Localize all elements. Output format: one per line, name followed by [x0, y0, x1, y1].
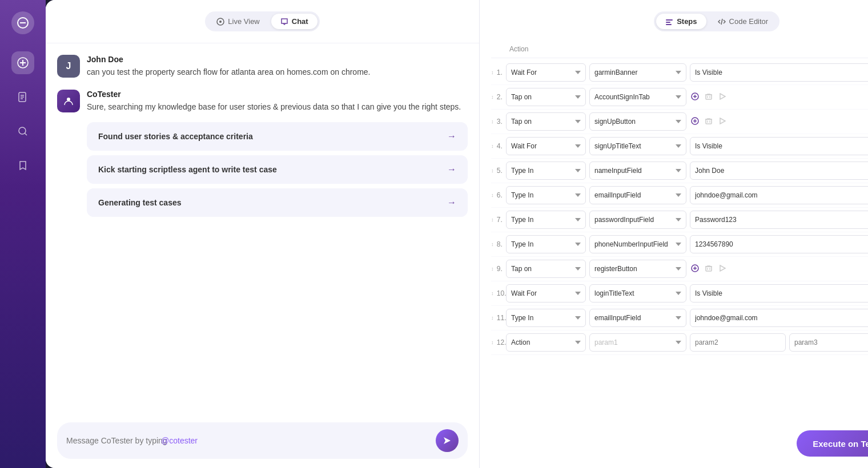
code-editor-tab-button[interactable]: Code Editor	[709, 14, 778, 29]
svg-point-13	[67, 98, 70, 101]
svg-line-10	[25, 134, 27, 136]
step-sort-4[interactable]: ↕ 4.	[491, 142, 503, 150]
chat-input-box: @cotester	[57, 422, 468, 459]
step-run-button-3[interactable]	[717, 116, 728, 128]
step-row-4: ↕ 4.Wait ForsignUpTitleText	[491, 134, 868, 159]
step-row-12: ↕ 12.Actionparam1	[491, 330, 868, 355]
chat-input-area: @cotester	[46, 413, 479, 468]
status-card-3-arrow: →	[447, 197, 456, 208]
step-value-input-7[interactable]	[690, 211, 868, 229]
step-element-select-4[interactable]: signUpTitleText	[589, 137, 686, 155]
step-sort-9[interactable]: ↕ 9.	[491, 265, 503, 273]
step-row-6: ↕ 6.Type InemailInputField	[491, 183, 868, 208]
step-sort-6[interactable]: ↕ 6.	[491, 191, 503, 199]
user-avatar: J	[57, 55, 80, 78]
step-element-select-11[interactable]: emailInputField	[589, 309, 686, 327]
step-add-button-2[interactable]	[690, 91, 700, 103]
step-element-select-1[interactable]: garminBanner	[589, 63, 686, 82]
steps-panel: Steps Code Editor × Action ↕ 1.Wait Forg…	[480, 0, 868, 468]
step-value-input-6[interactable]	[690, 186, 868, 204]
step-delete-button-9[interactable]	[704, 263, 714, 275]
step-sort-10[interactable]: ↕ 10.	[491, 289, 503, 297]
step-delete-button-3[interactable]	[704, 116, 714, 128]
step-action-select-10[interactable]: Wait For	[506, 284, 586, 302]
step-row-5: ↕ 5.Type InnameInputField	[491, 159, 868, 183]
step-param2-12[interactable]	[690, 333, 786, 352]
step-add-button-9[interactable]	[690, 263, 700, 275]
step-value-input-8[interactable]	[690, 235, 868, 253]
step-element-select-7[interactable]: passwordInputField	[589, 211, 686, 229]
step-value-input-1[interactable]	[690, 63, 868, 82]
step-element-select-6[interactable]: emailInputField	[589, 186, 686, 204]
step-row-1: ↕ 1.Wait ForgarminBanner	[491, 60, 868, 85]
chat-input[interactable]	[66, 436, 430, 445]
step-action-select-12[interactable]: Action	[506, 333, 586, 352]
sidebar	[0, 0, 46, 468]
message-group-bot: CoTester Sure, searching my knowledge ba…	[57, 90, 468, 217]
sidebar-item-compose[interactable]	[11, 51, 34, 74]
status-cards: Found user stories & acceptance criteria…	[87, 122, 468, 217]
step-value-input-4[interactable]	[690, 137, 868, 155]
status-card-3[interactable]: Generating test cases →	[87, 188, 468, 217]
live-view-button[interactable]: Live View	[207, 14, 268, 29]
steps-tab-button[interactable]: Steps	[656, 14, 706, 29]
step-element-select-9[interactable]: registerButton	[589, 260, 686, 278]
sidebar-item-search[interactable]	[11, 120, 34, 143]
step-action-select-3[interactable]: Tap on	[506, 112, 586, 131]
status-card-1-text: Found user stories & acceptance criteria	[98, 132, 253, 141]
step-sort-7[interactable]: ↕ 7.	[491, 216, 503, 224]
step-param3-12[interactable]	[789, 333, 868, 352]
step-sort-2[interactable]: ↕ 2.	[491, 93, 503, 101]
chat-panel: Live View Chat J John Doe can you test t…	[46, 0, 480, 468]
step-action-select-8[interactable]: Type In	[506, 235, 586, 253]
step-row-9: ↕ 9.Tap onregisterButton	[491, 257, 868, 281]
svg-rect-16	[666, 24, 672, 25]
step-action-select-7[interactable]: Type In	[506, 211, 586, 229]
step-run-button-9[interactable]	[717, 263, 728, 275]
step-add-button-3[interactable]	[690, 116, 700, 128]
step-delete-button-2[interactable]	[704, 91, 714, 103]
step-action-select-6[interactable]: Type In	[506, 186, 586, 204]
step-action-select-5[interactable]: Type In	[506, 162, 586, 180]
bot-message-text: Sure, searching my knowledge base for us…	[87, 101, 468, 113]
step-action-select-2[interactable]: Tap on	[506, 88, 586, 106]
step-run-button-2[interactable]	[717, 91, 728, 103]
svg-line-17	[721, 19, 722, 25]
svg-rect-33	[706, 119, 712, 124]
step-action-select-9[interactable]: Tap on	[506, 260, 586, 278]
chat-view-button[interactable]: Chat	[271, 14, 318, 29]
step-action-buttons-3	[690, 116, 728, 128]
svg-rect-15	[666, 22, 670, 23]
send-button[interactable]	[436, 429, 459, 452]
status-card-2-arrow: →	[447, 164, 456, 175]
status-card-1[interactable]: Found user stories & acceptance criteria…	[87, 122, 468, 151]
step-element-select-2[interactable]: AccountSignInTab	[589, 88, 686, 106]
step-action-select-1[interactable]: Wait For	[506, 63, 586, 82]
step-value-input-5[interactable]	[690, 162, 868, 180]
step-sort-3[interactable]: ↕ 3.	[491, 118, 503, 126]
step-value-input-10[interactable]	[690, 284, 868, 302]
step-element-select-5[interactable]: nameInputField	[589, 162, 686, 180]
step-element-select-3[interactable]: signUpButton	[589, 112, 686, 131]
step-value-input-11[interactable]	[690, 309, 868, 327]
step-sort-8[interactable]: ↕ 8.	[491, 240, 503, 248]
step-element-select-10[interactable]: loginTitleText	[589, 284, 686, 302]
step-sort-11[interactable]: ↕ 11.	[491, 314, 503, 322]
sidebar-item-docs[interactable]	[11, 86, 34, 108]
status-card-3-text: Generating test cases	[98, 198, 182, 207]
steps-list: ↕ 1.Wait ForgarminBanner↕ 2.Tap onAccoun…	[491, 60, 868, 414]
step-action-buttons-2	[690, 91, 728, 103]
step-sort-12[interactable]: ↕ 12.	[491, 338, 503, 346]
user-message-content: John Doe can you test the property searc…	[87, 55, 468, 78]
step-sort-5[interactable]: ↕ 5.	[491, 167, 503, 175]
status-card-2[interactable]: Kick starting scriptless agent to write …	[87, 155, 468, 184]
step-element-select-12[interactable]: param1	[589, 333, 686, 352]
sidebar-item-bookmark[interactable]	[11, 154, 34, 177]
steps-table-header: Action	[491, 43, 868, 58]
step-element-select-8[interactable]: phoneNumberInputField	[589, 235, 686, 253]
step-sort-1[interactable]: ↕ 1.	[491, 68, 503, 76]
sidebar-logo[interactable]	[11, 11, 34, 34]
step-action-select-11[interactable]: Type In	[506, 309, 586, 327]
execute-button[interactable]: Execute on TestGrid	[797, 430, 868, 457]
step-action-select-4[interactable]: Wait For	[506, 137, 586, 155]
